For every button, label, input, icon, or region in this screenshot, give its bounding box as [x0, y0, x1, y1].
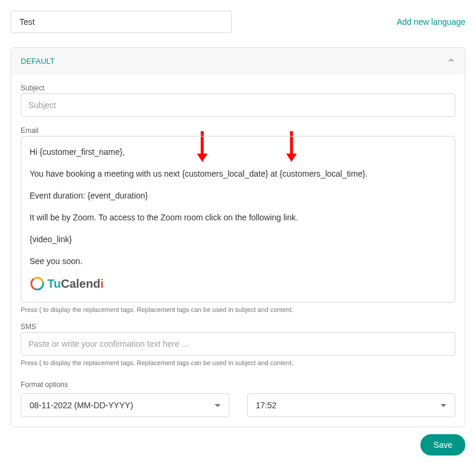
caret-down-icon	[441, 404, 446, 407]
logo-text-calend: Calend	[61, 277, 101, 290]
logo-icon	[30, 276, 45, 291]
add-language-link[interactable]: Add new language	[397, 17, 465, 27]
save-button[interactable]: Save	[420, 434, 465, 456]
email-line: Event duration: {event_duration}	[30, 190, 446, 202]
logo-text-tu: Tu	[47, 277, 61, 290]
sms-label: SMS	[21, 323, 455, 331]
logo: TuCalendi	[30, 275, 446, 292]
language-select-value: Test	[20, 17, 35, 27]
format-options-label: Format options	[21, 380, 455, 389]
panel-header[interactable]: DEFAULT	[11, 48, 465, 74]
email-helper-text: Press { to display the replacement tags.…	[21, 306, 455, 313]
logo-text-i: i	[101, 277, 104, 290]
subject-label: Subject	[21, 84, 455, 92]
time-format-value: 17:52	[256, 401, 277, 410]
caret-down-icon	[215, 404, 221, 407]
email-line: See you soon.	[30, 255, 446, 268]
date-format-select[interactable]: 08-11-2022 (MM-DD-YYYY)	[21, 393, 229, 417]
sms-input[interactable]	[21, 332, 455, 356]
language-select[interactable]: Test	[11, 11, 232, 33]
email-line: {video_link}	[30, 233, 446, 246]
time-format-select[interactable]: 17:52	[247, 393, 456, 417]
panel-title: DEFAULT	[21, 57, 55, 66]
default-panel: DEFAULT Subject Email Hi {customer_first…	[11, 47, 465, 427]
subject-input[interactable]	[21, 93, 455, 117]
chevron-up-icon	[447, 56, 455, 66]
panel-body: Subject Email Hi {customer_first_name}, …	[11, 74, 465, 427]
email-line: You have booking a meeting with us next …	[30, 168, 446, 180]
sms-helper-text: Press { to display the replacement tags.…	[21, 359, 455, 366]
email-line: Hi {customer_first_name},	[30, 146, 446, 158]
email-line: It will be by Zoom. To access to the Zoo…	[30, 212, 446, 224]
email-label: Email	[21, 126, 455, 135]
email-editor[interactable]: Hi {customer_first_name}, You have booki…	[21, 136, 455, 302]
date-format-value: 08-11-2022 (MM-DD-YYYY)	[30, 401, 133, 410]
